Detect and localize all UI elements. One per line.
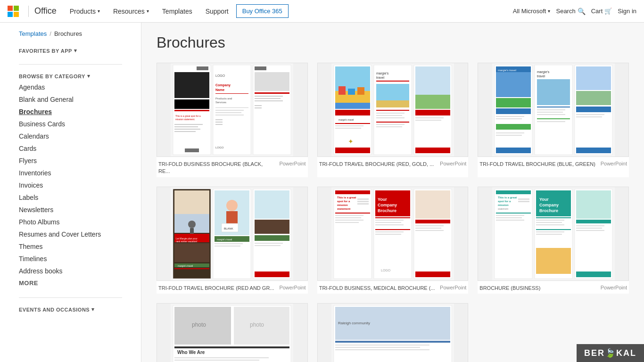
page-title: Brochures: [157, 34, 629, 51]
sidebar: Templates / Brochures FAVORITES BY APP ▾…: [0, 23, 141, 362]
cart-icon: 🛒: [604, 8, 612, 15]
template-app-6: PowerPoint: [601, 285, 627, 290]
search-nav-link[interactable]: Search 🔍: [556, 8, 585, 15]
svg-rect-104: [576, 116, 602, 117]
sidebar-item-address-books[interactable]: Address books: [19, 265, 122, 277]
svg-rect-38: [255, 100, 283, 101]
sign-in-link[interactable]: Sign in: [618, 8, 636, 15]
svg-text:Brochure: Brochure: [378, 208, 396, 213]
template-card-2[interactable]: margie's travel ✦ margie's travel: [317, 63, 469, 177]
sidebar-item-labels[interactable]: Labels: [19, 191, 122, 204]
template-card-5[interactable]: This is a great spot for a mission state…: [317, 187, 469, 294]
svg-rect-156: [375, 217, 410, 218]
cart-link[interactable]: Cart 🛒: [591, 8, 612, 15]
svg-text:Services: Services: [215, 101, 226, 104]
sidebar-item-newsletters[interactable]: Newsletters: [19, 204, 122, 216]
main-layout: Templates / Brochures FAVORITES BY APP ▾…: [0, 23, 644, 362]
svg-rect-70: [415, 66, 450, 95]
browse-section: BROWSE BY CATEGORY ▾ Agendas Blank and G…: [0, 68, 141, 294]
svg-rect-103: [576, 114, 604, 115]
sidebar-item-inventories[interactable]: Inventories: [19, 167, 122, 179]
content-area: Brochures: [141, 23, 644, 362]
svg-rect-213: [174, 360, 259, 361]
svg-rect-183: [518, 201, 529, 202]
buy-office-button[interactable]: Buy Office 365: [236, 4, 289, 18]
template-thumb-8: Raleigh community: [317, 303, 469, 362]
sidebar-item-resumes[interactable]: Resumes and Cover Letters: [19, 228, 122, 240]
events-title[interactable]: EVENTS AND OCCASIONS ▾: [19, 306, 122, 313]
svg-rect-6: [197, 66, 208, 70]
nav-templates[interactable]: Templates: [157, 0, 198, 23]
svg-rect-72: [415, 110, 450, 115]
svg-rect-182: [518, 198, 529, 200]
svg-rect-15: [174, 131, 196, 132]
sidebar-item-timelines[interactable]: Timelines: [19, 253, 122, 265]
template-thumb-6: This is a great spot for a mission state…: [478, 187, 629, 281]
svg-rect-55: [335, 148, 370, 153]
sidebar-more-button[interactable]: MORE: [19, 277, 122, 289]
sidebar-item-invoices[interactable]: Invoices: [19, 179, 122, 191]
svg-rect-52: [335, 125, 363, 126]
svg-rect-118: [174, 268, 209, 269]
template-card-8[interactable]: Raleigh community ... PowerPoint: [317, 303, 469, 362]
template-info-6: BROCHURE (BUSINESS) PowerPoint: [478, 281, 629, 294]
svg-rect-47: [348, 89, 355, 95]
svg-rect-181: [496, 220, 524, 221]
svg-rect-87: [496, 135, 522, 136]
sidebar-item-calendars[interactable]: Calendars: [19, 130, 122, 142]
svg-rect-61: [376, 100, 409, 107]
template-card-3[interactable]: margie's travel margie's travel: [478, 63, 629, 177]
svg-text:LOGO: LOGO: [215, 146, 224, 149]
template-card-7[interactable]: photo photo Who We Are ... PowerPoint: [157, 303, 308, 362]
nav-products[interactable]: Products ▾: [64, 0, 106, 23]
template-card-4[interactable]: Let Margie plan your next winter vacatio…: [157, 187, 308, 294]
template-name-1: TRI-FOLD BUSINESS BROCHURE (BLACK, RE...: [158, 161, 279, 175]
sidebar-divider-1: [19, 64, 122, 65]
svg-text:next winter vacation!: next winter vacation!: [176, 240, 198, 243]
favorites-title[interactable]: FAVORITES BY APP ▾: [19, 48, 122, 54]
svg-rect-30: [215, 124, 223, 125]
svg-text:spot for a: spot for a: [337, 200, 350, 203]
sidebar-item-agendas[interactable]: Agendas: [19, 81, 122, 93]
template-card-6[interactable]: This is a great spot for a mission state…: [478, 187, 629, 294]
svg-text:margie's travel: margie's travel: [217, 238, 232, 241]
svg-rect-7: [174, 72, 209, 98]
browse-title[interactable]: BROWSE BY CATEGORY ▾: [19, 73, 122, 79]
sidebar-item-business-cards[interactable]: Business Cards: [19, 118, 122, 130]
sidebar-item-themes[interactable]: Themes: [19, 240, 122, 253]
svg-rect-134: [255, 245, 281, 246]
svg-rect-28: [215, 119, 223, 120]
template-card-1[interactable]: This is a great spot for a mission state…: [157, 63, 308, 177]
svg-rect-105: [576, 148, 611, 153]
svg-rect-195: [536, 234, 562, 235]
svg-text:This is a great: This is a great: [498, 196, 517, 199]
svg-rect-149: [357, 201, 369, 202]
chevron-events-icon: ▾: [91, 306, 95, 313]
svg-rect-147: [335, 222, 359, 223]
sidebar-item-photo-albums[interactable]: Photo Albums: [19, 216, 122, 228]
favorites-section: FAVORITES BY APP ▾: [0, 43, 141, 60]
svg-rect-165: [415, 190, 450, 219]
sidebar-item-flyers[interactable]: Flyers: [19, 155, 122, 167]
svg-rect-169: [415, 230, 444, 231]
svg-rect-12: [174, 124, 203, 125]
svg-rect-159: [375, 224, 404, 225]
events-section: EVENTS AND OCCASIONS ▾: [0, 302, 141, 319]
svg-text:BLANK: BLANK: [224, 227, 233, 230]
template-thumb-7: photo photo Who We Are: [157, 303, 308, 362]
svg-rect-3: [14, 12, 19, 17]
template-thumb-2: margie's travel ✦ margie's travel: [317, 63, 469, 157]
sidebar-item-brochures[interactable]: Brochures: [19, 106, 122, 118]
sidebar-item-blank[interactable]: Blank and General: [19, 93, 122, 106]
sidebar-item-cards[interactable]: Cards: [19, 142, 122, 155]
svg-rect-36: [255, 96, 283, 97]
nav-support[interactable]: Support: [200, 0, 234, 23]
svg-rect-150: [357, 203, 369, 205]
svg-rect-39: [255, 105, 262, 106]
nav-resources[interactable]: Resources ▾: [107, 0, 155, 23]
all-microsoft-link[interactable]: All Microsoft ▾: [513, 8, 551, 15]
breadcrumb-templates-link[interactable]: Templates: [19, 30, 47, 37]
svg-rect-86: [496, 132, 524, 133]
svg-rect-201: [576, 228, 602, 229]
svg-rect-191: [536, 222, 562, 223]
